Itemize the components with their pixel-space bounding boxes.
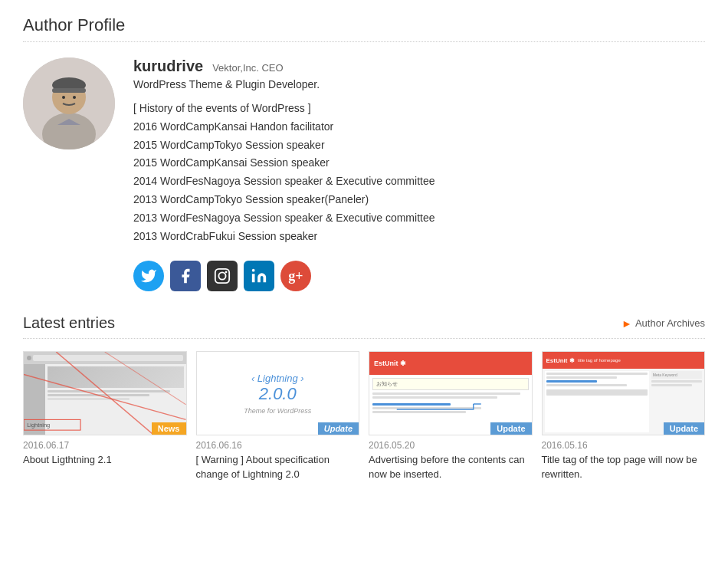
twitter-icon[interactable]	[133, 261, 164, 291]
author-name-row: kurudrive Vektor,Inc. CEO	[133, 57, 705, 75]
author-bio: [ History of the events of WordPress ]20…	[133, 100, 705, 245]
googleplus-icon[interactable]: g+	[280, 261, 311, 291]
entry-date-4: 2016.05.16	[542, 440, 706, 451]
author-profile-section: Author Profile	[23, 15, 705, 481]
linkedin-icon[interactable]	[244, 261, 274, 291]
svg-point-5	[62, 96, 65, 99]
author-company-title: Vektor,Inc. CEO	[212, 62, 284, 74]
author-archives-link[interactable]: ► Author Archives	[621, 317, 705, 330]
svg-rect-7	[215, 269, 229, 283]
entry-date-1: 2016.06.17	[23, 440, 187, 451]
svg-rect-4	[52, 88, 86, 93]
entry-thumb-3: EstUnit ✱ お知らせ	[369, 351, 533, 435]
author-archives-label: Author Archives	[635, 317, 705, 329]
entry-badge-2: Update	[318, 422, 359, 435]
entry-badge-3: Update	[490, 422, 531, 435]
entry-date-2: 2016.06.16	[196, 440, 360, 451]
svg-point-9	[225, 271, 228, 274]
svg-line-13	[105, 352, 186, 405]
entry-thumb-2: ‹ Lightning › 2.0.0 Theme for WordPress …	[196, 351, 360, 435]
entry-card-2[interactable]: ‹ Lightning › 2.0.0 Theme for WordPress …	[196, 351, 360, 481]
entry-title-3: Advertising before the contents can now …	[369, 453, 533, 481]
entry-card-3[interactable]: EstUnit ✱ お知らせ	[369, 351, 533, 481]
latest-entries-header: Latest entries ► Author Archives	[23, 314, 705, 339]
instagram-icon[interactable]	[207, 261, 238, 291]
author-name: kurudrive	[133, 57, 203, 75]
entries-grid: Lightning News 2016.06.17 About Ligthtni…	[23, 351, 705, 481]
entry-card-1[interactable]: Lightning News 2016.06.17 About Ligthtni…	[23, 351, 187, 481]
svg-point-8	[218, 273, 225, 280]
author-profile-body: kurudrive Vektor,Inc. CEO WordPress Them…	[23, 57, 705, 245]
author-profile-title: Author Profile	[23, 15, 705, 42]
avatar	[23, 57, 115, 149]
author-info: kurudrive Vektor,Inc. CEO WordPress Them…	[133, 57, 705, 245]
entry-title-2: [ Warning ] About specification change o…	[196, 453, 360, 481]
entry-badge-4: Update	[664, 422, 704, 435]
svg-point-6	[73, 96, 76, 99]
entry-thumb-1: Lightning News	[23, 351, 187, 435]
latest-entries-section: Latest entries ► Author Archives	[23, 314, 705, 481]
facebook-icon[interactable]	[170, 261, 201, 291]
entry-thumb-4: EstUnit ✱ title tag of homepage	[542, 351, 706, 435]
latest-entries-title: Latest entries	[23, 314, 115, 332]
svg-point-10	[252, 269, 255, 272]
entry-badge-1: News	[152, 422, 186, 435]
svg-text:Lightning: Lightning	[27, 423, 50, 429]
svg-line-11	[24, 375, 186, 420]
svg-line-12	[56, 352, 153, 435]
social-icons: g+	[23, 261, 705, 291]
entry-title-1: About Ligthtning 2.1	[23, 453, 187, 467]
entry-card-4[interactable]: EstUnit ✱ title tag of homepage	[542, 351, 706, 481]
entry-date-3: 2016.05.20	[369, 440, 533, 451]
author-role: WordPress Theme & Plugin Developer.	[133, 78, 705, 90]
arrow-icon: ►	[621, 317, 632, 330]
entry-title-4: Title tag of the top page will now be re…	[542, 453, 706, 481]
